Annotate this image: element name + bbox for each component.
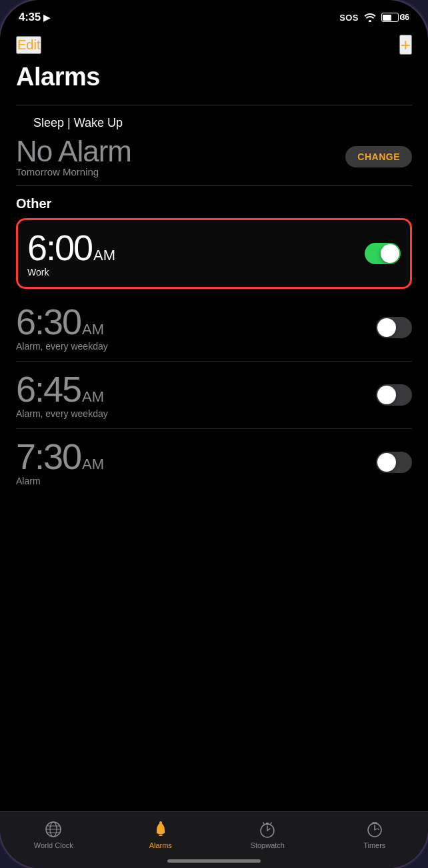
top-bar: Edit + bbox=[0, 29, 428, 63]
main-content: Edit + Alarms 🛏 Sleep | Wake Up No Alarm… bbox=[0, 29, 428, 811]
tab-alarms[interactable]: Alarms bbox=[137, 820, 184, 849]
alarm-time: 6:30 bbox=[16, 304, 81, 340]
svg-point-0 bbox=[369, 20, 371, 22]
timer-icon bbox=[365, 820, 384, 839]
alarm-time-label-group: 6:30 AM Alarm, every weekday bbox=[16, 304, 108, 352]
other-section: Other 6:00 AM Work bbox=[0, 185, 428, 501]
home-indicator bbox=[167, 859, 261, 863]
alarm-name: Alarm, every weekday bbox=[16, 408, 108, 419]
alarm-time: 6:00 bbox=[27, 230, 92, 266]
no-alarm-text: No Alarm bbox=[16, 137, 131, 166]
toggle-thumb bbox=[377, 318, 396, 337]
alarm-time: 6:45 bbox=[16, 371, 81, 407]
alarm-name: Alarm, every weekday bbox=[16, 341, 108, 352]
sleep-subtitle: Tomorrow Morning bbox=[16, 166, 131, 177]
add-alarm-button[interactable]: + bbox=[399, 35, 412, 55]
alarm-toggle-off[interactable] bbox=[376, 317, 412, 338]
alarm-time-group: 6:45 AM bbox=[16, 371, 108, 407]
battery-indicator: 36 bbox=[381, 13, 409, 22]
phone-frame: 4:35 ▶ SOS 36 bbox=[0, 0, 428, 868]
alarm-time-label-group: 6:00 AM Work bbox=[27, 230, 115, 278]
toggle-thumb bbox=[377, 386, 396, 404]
alarm-bell-icon bbox=[151, 820, 170, 839]
sleep-header: 🛏 Sleep | Wake Up bbox=[16, 116, 412, 130]
alarm-time-label-group: 7:30 AM Alarm bbox=[16, 438, 104, 486]
svg-line-13 bbox=[271, 823, 271, 824]
timers-label: Timers bbox=[363, 841, 385, 849]
sleep-section: 🛏 Sleep | Wake Up No Alarm Tomorrow Morn… bbox=[0, 105, 428, 185]
toggle-thumb bbox=[377, 453, 396, 472]
alarm-time: 7:30 bbox=[16, 438, 81, 474]
tab-world-clock[interactable]: World Clock bbox=[30, 820, 77, 849]
alarm-item-highlighted[interactable]: 6:00 AM Work bbox=[16, 218, 412, 289]
alarm-toggle-off[interactable] bbox=[376, 384, 412, 406]
tab-stopwatch[interactable]: Stopwatch bbox=[244, 820, 291, 849]
stopwatch-label: Stopwatch bbox=[251, 841, 285, 849]
edit-button[interactable]: Edit bbox=[16, 36, 41, 54]
page-title: Alarms bbox=[0, 63, 428, 105]
alarm-row-inner: 6:30 AM Alarm, every weekday bbox=[16, 304, 412, 352]
bed-icon: 🛏 bbox=[16, 116, 28, 130]
svg-line-12 bbox=[263, 823, 264, 824]
toggle-thumb bbox=[381, 244, 399, 263]
battery-percent: 36 bbox=[401, 13, 409, 22]
alarm-name: Alarm bbox=[16, 476, 104, 486]
alarm-row-inner: 7:30 AM Alarm bbox=[16, 438, 412, 486]
alarm-row-inner: 6:45 AM Alarm, every weekday bbox=[16, 371, 412, 419]
alarm-ampm: AM bbox=[82, 388, 104, 406]
alarm-ampm: AM bbox=[82, 321, 104, 338]
battery-fill bbox=[383, 15, 391, 21]
alarm-name: Work bbox=[27, 267, 115, 278]
svg-rect-11 bbox=[266, 823, 269, 825]
svg-point-6 bbox=[159, 835, 163, 836]
alarm-time-group: 6:30 AM bbox=[16, 304, 108, 340]
alarm-time-label-group: 6:45 AM Alarm, every weekday bbox=[16, 371, 108, 419]
alarm-row-inner: 6:00 AM Work bbox=[27, 230, 401, 278]
alarm-time-group: 7:30 AM bbox=[16, 438, 104, 474]
tab-timers[interactable]: Timers bbox=[351, 820, 398, 849]
dynamic-island bbox=[171, 9, 257, 33]
sleep-label: Sleep | Wake Up bbox=[33, 116, 123, 130]
alarm-item-730[interactable]: 7:30 AM Alarm bbox=[16, 429, 412, 496]
time-display: 4:35 bbox=[19, 11, 41, 24]
battery-box bbox=[381, 13, 399, 22]
sos-label: SOS bbox=[339, 13, 358, 23]
alarms-label: Alarms bbox=[149, 841, 172, 849]
sleep-alarm-info: No Alarm Tomorrow Morning bbox=[16, 137, 131, 177]
status-time: 4:35 ▶ bbox=[19, 11, 50, 24]
phone-screen: 4:35 ▶ SOS 36 bbox=[0, 0, 428, 868]
world-clock-label: World Clock bbox=[34, 841, 73, 849]
alarm-ampm: AM bbox=[93, 247, 115, 264]
alarm-item-630[interactable]: 6:30 AM Alarm, every weekday bbox=[16, 294, 412, 362]
alarm-item-645[interactable]: 6:45 AM Alarm, every weekday bbox=[16, 362, 412, 429]
status-right-icons: SOS 36 bbox=[339, 13, 409, 23]
location-icon: ▶ bbox=[43, 13, 50, 23]
alarm-toggle-on[interactable] bbox=[365, 243, 401, 264]
other-label: Other bbox=[16, 196, 412, 211]
alarm-time-group: 6:00 AM bbox=[27, 230, 115, 266]
alarm-ampm: AM bbox=[82, 456, 104, 473]
wifi-icon bbox=[364, 13, 376, 22]
sleep-alarm-row: No Alarm Tomorrow Morning CHANGE bbox=[16, 137, 412, 177]
change-button[interactable]: CHANGE bbox=[345, 146, 412, 167]
svg-point-7 bbox=[159, 821, 162, 824]
alarm-toggle-off[interactable] bbox=[376, 452, 412, 473]
world-clock-icon bbox=[44, 820, 63, 839]
stopwatch-icon bbox=[258, 820, 277, 839]
